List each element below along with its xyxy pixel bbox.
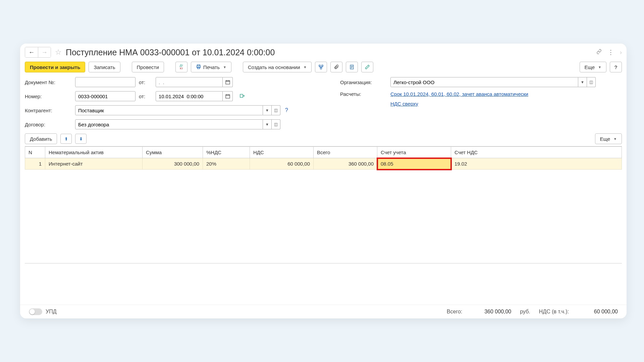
- favorite-star-icon[interactable]: ☆: [55, 48, 62, 57]
- col-vat-pct[interactable]: %НДС: [203, 147, 250, 158]
- cell-vat[interactable]: 60 000,00: [250, 158, 314, 170]
- kontragent-label: Контрагент:: [25, 108, 72, 113]
- svg-rect-18: [240, 94, 243, 97]
- upd-toggle[interactable]: [29, 308, 42, 315]
- calendar-icon[interactable]: [223, 91, 233, 101]
- from-label-2: от:: [139, 94, 152, 99]
- table-more-button[interactable]: Еще ▼: [595, 133, 622, 144]
- dogovor-input[interactable]: [75, 119, 263, 129]
- dt-kt-icon[interactable]: ДтКт: [175, 62, 187, 72]
- col-account[interactable]: Счет учета: [377, 147, 451, 158]
- col-vat[interactable]: НДС: [250, 147, 314, 158]
- org-label: Организация:: [340, 79, 387, 85]
- table-more-label: Еще: [600, 136, 610, 142]
- vat-in-total-label: НДС (в т.ч.):: [539, 309, 569, 315]
- col-vat-account[interactable]: Счет НДС: [451, 147, 622, 158]
- cell-sum[interactable]: 300 000,00: [143, 158, 203, 170]
- post-button[interactable]: Провести: [132, 62, 164, 72]
- forward-doc-icon[interactable]: [239, 93, 245, 100]
- overflow-icon[interactable]: ›: [620, 49, 622, 56]
- more-button[interactable]: Еще ▼: [580, 62, 606, 72]
- calendar-icon[interactable]: [223, 77, 233, 87]
- col-asset[interactable]: Нематериальный актив: [45, 147, 143, 158]
- raschety-link[interactable]: Срок 10.01.2024, 60.01, 60.02, зачет ава…: [390, 91, 528, 97]
- chevron-down-icon: ▼: [598, 65, 601, 69]
- chevron-down-icon: ▼: [613, 137, 617, 141]
- dropdown-icon[interactable]: ▼: [578, 77, 587, 87]
- svg-rect-4: [322, 65, 323, 66]
- page-title: Поступление НМА 0033-000001 от 10.01.202…: [66, 48, 275, 57]
- svg-rect-10: [226, 80, 230, 84]
- cell-account[interactable]: 08.05: [377, 158, 451, 170]
- open-reference-icon[interactable]: ◫: [272, 105, 280, 115]
- create-based-label: Создать на основании: [248, 64, 300, 70]
- dropdown-icon[interactable]: ▼: [263, 119, 272, 129]
- edit-icon[interactable]: [361, 62, 373, 72]
- chevron-down-icon: ▼: [304, 65, 307, 69]
- document-no-label: Документ №:: [25, 79, 72, 85]
- help-button[interactable]: ?: [610, 62, 622, 72]
- print-button[interactable]: Печать ▼: [191, 62, 231, 72]
- structure-icon[interactable]: [315, 62, 327, 72]
- nds-link[interactable]: НДС сверху: [390, 101, 418, 107]
- items-table[interactable]: N Нематериальный актив Сумма %НДС НДС Вс…: [25, 146, 622, 170]
- kebab-menu-icon[interactable]: ⋮: [608, 49, 614, 56]
- svg-rect-5: [320, 68, 322, 69]
- raschety-label: Расчеты:: [340, 91, 387, 97]
- upd-label: УПД: [46, 309, 57, 315]
- attach-icon[interactable]: [330, 62, 342, 72]
- printer-icon: [196, 64, 201, 70]
- dogovor-label: Договор:: [25, 122, 72, 127]
- cell-vat-pct[interactable]: 20%: [203, 158, 250, 170]
- link-icon[interactable]: [596, 49, 602, 56]
- nav-forward-button[interactable]: →: [38, 47, 51, 57]
- org-input[interactable]: [390, 77, 578, 87]
- chevron-down-icon: ▼: [223, 65, 226, 69]
- total-label: Всего:: [447, 309, 462, 315]
- cell-total[interactable]: 360 000,00: [314, 158, 377, 170]
- vat-in-total-value: 60 000,00: [578, 309, 618, 315]
- cell-vat-account[interactable]: 19.02: [451, 158, 622, 170]
- nav-back-button[interactable]: ←: [25, 47, 38, 57]
- kontragent-input[interactable]: [75, 105, 263, 115]
- document-no-input[interactable]: [75, 77, 136, 87]
- cell-asset[interactable]: Интернет-сайт: [45, 158, 143, 170]
- svg-rect-3: [319, 65, 320, 66]
- document-date-input[interactable]: [156, 77, 223, 87]
- number-label: Номер:: [25, 94, 72, 99]
- open-reference-icon[interactable]: ◫: [272, 119, 280, 129]
- save-button[interactable]: Записать: [89, 62, 120, 72]
- dropdown-icon[interactable]: ▼: [263, 105, 272, 115]
- currency-label: руб.: [520, 309, 530, 315]
- open-reference-icon[interactable]: ◫: [587, 77, 596, 87]
- from-label-1: от:: [139, 79, 152, 85]
- col-sum[interactable]: Сумма: [143, 147, 203, 158]
- report-icon[interactable]: [346, 62, 358, 72]
- number-date-input[interactable]: [156, 91, 223, 101]
- post-and-close-button[interactable]: Провести и закрыть: [25, 62, 85, 72]
- col-total[interactable]: Всего: [314, 147, 377, 158]
- table-row[interactable]: 1 Интернет-сайт 300 000,00 20% 60 000,00…: [25, 158, 622, 170]
- col-n[interactable]: N: [25, 147, 45, 158]
- help-hint-icon[interactable]: ?: [285, 107, 288, 113]
- move-down-icon[interactable]: ⬇: [75, 134, 87, 144]
- svg-rect-14: [226, 95, 230, 98]
- print-label: Печать: [203, 64, 220, 70]
- more-label: Еще: [585, 64, 595, 70]
- number-input[interactable]: [75, 91, 136, 101]
- add-row-button[interactable]: Добавить: [25, 133, 57, 144]
- move-up-icon[interactable]: ⬆: [60, 134, 72, 144]
- create-based-on-button[interactable]: Создать на основании ▼: [243, 62, 312, 72]
- total-value: 360 000,00: [471, 309, 511, 315]
- cell-n[interactable]: 1: [25, 158, 45, 170]
